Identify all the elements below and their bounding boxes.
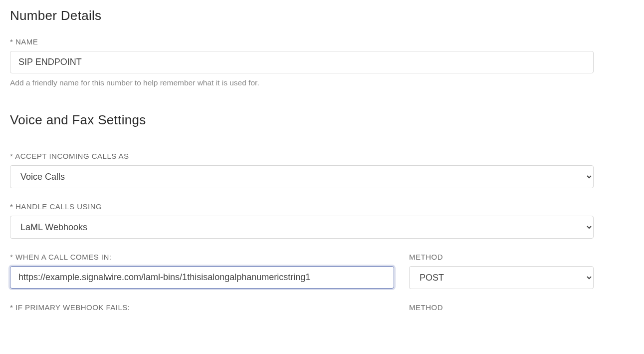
fallback-method-field-group: METHOD — [409, 303, 594, 317]
number-details-heading: Number Details — [10, 8, 634, 23]
voice-fax-heading: Voice and Fax Settings — [10, 112, 634, 128]
handle-calls-select[interactable]: LaML Webhooks — [10, 216, 594, 239]
name-field-group: * NAME Add a friendly name for this numb… — [10, 37, 634, 87]
voice-fax-section: Voice and Fax Settings * ACCEPT INCOMING… — [10, 112, 634, 331]
webhook-input[interactable] — [10, 266, 394, 289]
fallback-row: * IF PRIMARY WEBHOOK FAILS: METHOD — [10, 303, 594, 331]
name-help-text: Add a friendly name for this number to h… — [10, 78, 634, 87]
name-label: * NAME — [10, 37, 634, 46]
accept-calls-select[interactable]: Voice Calls — [10, 165, 594, 188]
accept-calls-field-group: * ACCEPT INCOMING CALLS AS Voice Calls — [10, 152, 634, 188]
fallback-label: * IF PRIMARY WEBHOOK FAILS: — [10, 303, 394, 312]
fallback-field-group: * IF PRIMARY WEBHOOK FAILS: — [10, 303, 394, 317]
method-select[interactable]: POST — [409, 266, 594, 289]
handle-calls-field-group: * HANDLE CALLS USING LaML Webhooks — [10, 202, 634, 239]
handle-calls-label: * HANDLE CALLS USING — [10, 202, 634, 211]
webhook-row: * WHEN A CALL COMES IN: METHOD POST — [10, 253, 594, 303]
method-field-group: METHOD POST — [409, 253, 594, 289]
webhook-field-group: * WHEN A CALL COMES IN: — [10, 253, 394, 289]
number-details-section: Number Details * NAME Add a friendly nam… — [10, 8, 634, 87]
name-input[interactable] — [10, 51, 594, 73]
method-label: METHOD — [409, 253, 594, 261]
webhook-label: * WHEN A CALL COMES IN: — [10, 253, 394, 261]
fallback-method-label: METHOD — [409, 303, 594, 312]
accept-calls-label: * ACCEPT INCOMING CALLS AS — [10, 152, 634, 160]
